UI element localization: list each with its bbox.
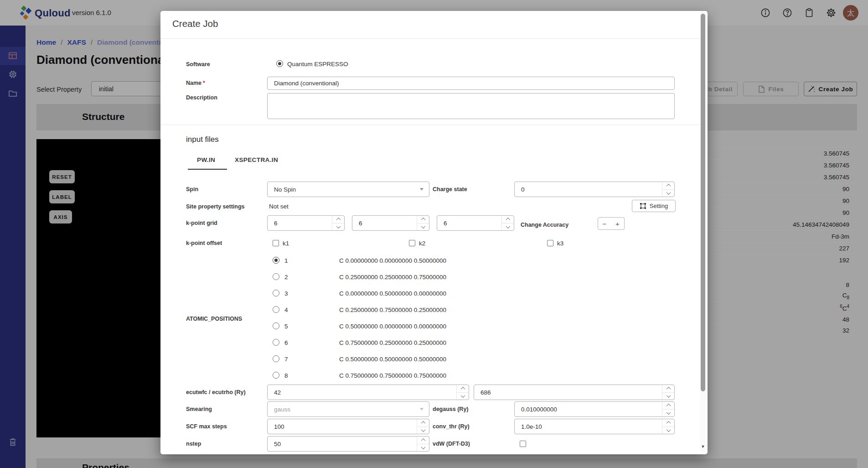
nstep-input[interactable] (267, 436, 429, 452)
software-option-label: Quantum ESPRESSO (287, 61, 348, 68)
conv-thr-label: conv_thr (Ry) (433, 423, 470, 430)
spinner-up-icon[interactable] (502, 216, 514, 224)
spinner-down-icon[interactable] (417, 444, 429, 452)
smearing-label: Smearing (186, 406, 212, 412)
atomic-position-coords: C 0.75000000 0.25000000 0.25000000 (339, 339, 446, 346)
kpoint-grid-y-stepper (352, 215, 429, 231)
modal-title: Create Job (172, 18, 218, 29)
k3-label: k3 (557, 240, 563, 247)
atomic-position-number: 1 (284, 257, 288, 264)
spinner-down-icon[interactable] (662, 393, 674, 400)
atomic-position-radio-3[interactable] (273, 290, 279, 296)
conv-thr-stepper (514, 419, 675, 434)
scrollbar-down-arrow-icon[interactable]: ▼ (701, 444, 705, 449)
scf-max-steps-input[interactable] (267, 419, 429, 434)
atomic-position-number: 4 (284, 307, 288, 313)
k2-checkbox[interactable] (409, 240, 415, 246)
required-asterisk: * (203, 80, 205, 86)
active-tab-indicator (188, 169, 227, 170)
kpoint-grid-x-stepper (267, 215, 345, 231)
charge-state-input[interactable] (514, 182, 675, 197)
selection-frame-icon (640, 203, 646, 209)
atomic-position-coords: C 0.75000000 0.75000000 0.75000000 (339, 372, 446, 379)
spinner-down-icon[interactable] (662, 190, 674, 197)
k1-checkbox[interactable] (273, 240, 279, 246)
nstep-label: nstep (186, 441, 201, 447)
site-setting-button-label: Setting (650, 203, 668, 209)
ecutrho-stepper (474, 385, 675, 400)
app-root: Quloud version 6.1.0 (0, 0, 868, 468)
k1-label: k1 (283, 240, 289, 247)
spin-value: No Spin (274, 186, 296, 193)
site-property-value: Not set (269, 203, 289, 210)
tab-xspectra-in[interactable]: XSPECTRA.IN (235, 156, 278, 163)
atomic-position-radio-1[interactable] (273, 257, 279, 264)
vdw-checkbox[interactable] (520, 441, 526, 447)
atomic-position-coords: C 0.00000000 0.50000000 0.00000000 (339, 290, 446, 297)
spinner-up-icon[interactable] (332, 216, 344, 224)
spinner-up-icon[interactable] (662, 402, 674, 410)
spinner-down-icon[interactable] (332, 224, 344, 231)
spinner-up-icon[interactable] (662, 182, 674, 190)
tab-pw-in[interactable]: PW.IN (197, 156, 215, 163)
degauss-input[interactable] (514, 401, 675, 417)
charge-state-stepper (514, 182, 675, 197)
atomic-position-radio-6[interactable] (273, 339, 279, 346)
ecutwfc-ecutrho-label: ecutwfc / ecutrho (Ry) (186, 389, 246, 395)
divider (160, 38, 708, 39)
spinner-up-icon[interactable] (417, 437, 429, 444)
ecutwfc-stepper (267, 385, 469, 400)
ecutrho-input[interactable] (474, 385, 675, 400)
degauss-stepper (514, 401, 675, 417)
atomic-position-number: 7 (284, 356, 288, 363)
spinner-up-icon[interactable] (662, 419, 674, 427)
atomic-position-number: 8 (284, 372, 288, 379)
kpoint-grid-z-stepper (437, 215, 514, 231)
atomic-position-coords: C 0.25000000 0.25000000 0.75000000 (339, 274, 446, 281)
spinner-down-icon[interactable] (457, 393, 469, 400)
spinner-up-icon[interactable] (457, 385, 469, 393)
degauss-label: degauss (Ry) (433, 406, 469, 412)
divider (160, 125, 708, 125)
conv-thr-input[interactable] (514, 419, 675, 434)
caret-down-icon (420, 408, 424, 411)
name-label: Name* (186, 80, 205, 86)
atomic-position-radio-8[interactable] (273, 372, 279, 379)
k3-checkbox[interactable] (547, 240, 553, 246)
smearing-value: gauss (274, 406, 290, 413)
k2-label: k2 (419, 240, 425, 247)
atomic-position-radio-5[interactable] (273, 322, 279, 329)
change-accuracy-label: Change Accuracy (521, 222, 568, 228)
atomic-position-coords: C 0.25000000 0.75000000 0.25000000 (339, 307, 446, 313)
atomic-position-coords: C 0.50000000 0.00000000 0.00000000 (339, 323, 446, 330)
scf-max-steps-stepper (267, 419, 429, 434)
spin-select[interactable]: No Spin (267, 182, 429, 197)
spinner-up-icon[interactable] (417, 216, 429, 224)
spinner-up-icon[interactable] (662, 385, 674, 393)
spin-label: Spin (186, 186, 198, 192)
vdw-label: vdW (DFT-D3) (433, 441, 470, 447)
atomic-position-number: 5 (284, 323, 288, 330)
spinner-up-icon[interactable] (417, 419, 429, 427)
name-input[interactable] (267, 77, 675, 90)
spinner-down-icon[interactable] (417, 427, 429, 434)
scf-max-steps-label: SCF max steps (186, 423, 227, 430)
spinner-down-icon[interactable] (662, 427, 674, 434)
accuracy-increase-button[interactable]: + (611, 217, 625, 230)
ecutwfc-input[interactable] (267, 385, 469, 400)
software-radio-quantum-espresso[interactable] (276, 60, 283, 67)
nstep-stepper (267, 436, 429, 452)
accuracy-decrease-button[interactable]: − (598, 217, 611, 230)
atomic-position-radio-4[interactable] (273, 306, 279, 313)
description-textarea[interactable] (267, 93, 675, 119)
spinner-down-icon[interactable] (662, 410, 674, 417)
site-setting-button[interactable]: Setting (632, 200, 676, 212)
smearing-select[interactable]: gauss (267, 401, 429, 417)
atomic-position-radio-2[interactable] (273, 273, 279, 280)
modal-scrollbar-thumb[interactable] (701, 14, 705, 391)
atomic-position-coords: C 0.00000000 0.00000000 0.50000000 (339, 257, 446, 264)
spinner-down-icon[interactable] (502, 224, 514, 231)
atomic-position-radio-7[interactable] (273, 355, 279, 362)
software-label: Software (186, 61, 210, 68)
spinner-down-icon[interactable] (417, 224, 429, 231)
